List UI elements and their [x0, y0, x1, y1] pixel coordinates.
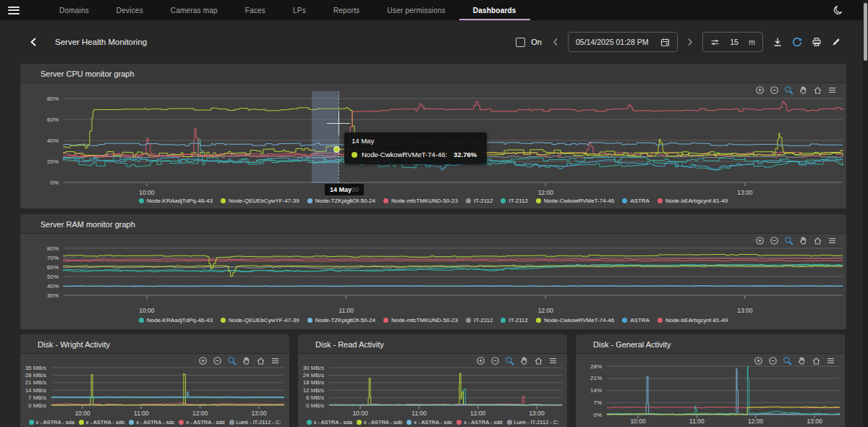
menu-lines-icon[interactable] — [548, 356, 558, 365]
legend-dot — [383, 318, 388, 323]
legend-item[interactable]: Node-KRAadjTdPq-46-43 — [139, 198, 213, 204]
refresh-button[interactable] — [792, 37, 802, 47]
panel-title: Server RAM monitor graph — [20, 214, 846, 229]
print-button[interactable] — [812, 37, 822, 47]
hover-point-marker — [333, 146, 340, 153]
legend-dot — [29, 420, 34, 425]
back-button[interactable] — [29, 37, 39, 47]
legend-item[interactable]: x - ASTRA - sdd — [179, 419, 224, 426]
pan-icon[interactable] — [799, 85, 808, 95]
menu-icon[interactable] — [8, 4, 20, 16]
legend-item[interactable]: x - ASTRA - sdb — [357, 419, 402, 426]
zoom-out-icon[interactable] — [490, 356, 500, 365]
zoom-in-icon[interactable] — [476, 356, 485, 365]
legend-item[interactable]: ASTRA — [622, 317, 650, 324]
legend-item[interactable]: Node-TZKpigltOf-50-24 — [307, 317, 375, 324]
home-icon[interactable] — [534, 356, 543, 365]
pan-icon[interactable] — [519, 356, 529, 365]
chart-modebar — [476, 356, 558, 365]
legend-item[interactable]: IT-2112 — [501, 317, 528, 324]
menu-lines-icon[interactable] — [271, 356, 280, 365]
legend-item[interactable]: x - ASTRA - sda — [307, 419, 352, 426]
auto-refresh-checkbox[interactable] — [516, 38, 525, 47]
legend-label: Node-QEUEbCywYF-47-39 — [229, 317, 299, 324]
legend-item[interactable]: x - ASTRA - sdd — [456, 419, 502, 426]
zoom-select-icon[interactable] — [784, 85, 793, 95]
pan-icon[interactable] — [242, 356, 251, 365]
nav-tab-reports[interactable]: Reports — [320, 0, 373, 20]
prev-interval-button[interactable] — [553, 38, 558, 46]
legend-item[interactable]: Lumi - IT-2112 - C: — [229, 419, 281, 426]
legend-label: Node-CwkowRVMeT-74-46 — [544, 317, 614, 324]
crosshair — [339, 111, 339, 135]
scrollbar-thumb[interactable] — [864, 3, 867, 61]
top-nav: DomainsDevicesCameras mapFacesLPsReports… — [0, 0, 868, 20]
nav-tab-domains[interactable]: Domains — [46, 0, 103, 20]
interval-settings[interactable]: 15 m — [702, 32, 763, 52]
nav-tab-faces[interactable]: Faces — [231, 0, 279, 20]
legend-item[interactable]: IT-2112 — [466, 317, 493, 324]
pan-icon[interactable] — [797, 356, 807, 365]
panel-title: Disk - General Activity — [576, 334, 845, 349]
legend-item[interactable]: x - ASTRA - sdc — [407, 419, 452, 426]
legend-item[interactable]: x - ASTRA - sdb — [79, 419, 124, 426]
legend-item[interactable]: ASTRA — [622, 198, 650, 204]
zoom-in-icon[interactable] — [198, 356, 208, 365]
legend-item[interactable]: Node-QEUEbCywYF-47-39 — [221, 317, 299, 324]
legend-item[interactable]: Node-mfcTMKUND-50-23 — [383, 198, 458, 204]
zoom-in-icon[interactable] — [755, 85, 765, 95]
interval-value[interactable]: 15 — [730, 38, 739, 46]
legend-item[interactable]: x - ASTRA - sdc — [129, 419, 174, 426]
legend-item[interactable]: Node-QEUEbCywYF-47-39 — [221, 198, 299, 204]
legend-item[interactable]: Node-TZKpigltOf-50-24 — [307, 198, 375, 204]
legend-dot — [622, 198, 627, 203]
legend-item[interactable]: Node-KRAadjTdPq-46-43 — [139, 317, 213, 324]
zoom-select-icon[interactable] — [783, 356, 792, 365]
legend-label: Node-KRAadjTdPq-46-43 — [147, 198, 213, 204]
legend-item[interactable]: Lumi - IT-2112 - C: — [507, 419, 559, 426]
app-root: DomainsDevicesCameras mapFacesLPsReports… — [0, 0, 868, 427]
legend-label: Node-KRAadjTdPq-46-43 — [147, 317, 213, 324]
datetime-input[interactable]: 05/14/2025 01:28 PM — [568, 32, 678, 52]
dark-mode-icon[interactable] — [833, 5, 843, 18]
legend-item[interactable]: Node-bEArbgcynf-81-49 — [658, 317, 728, 324]
calendar-icon[interactable] — [660, 38, 670, 47]
zoom-out-icon[interactable] — [213, 356, 222, 365]
legend-item[interactable]: Node-mfcTMKUND-50-23 — [383, 317, 458, 324]
legend-item[interactable]: IT-2112 — [501, 198, 528, 204]
home-icon[interactable] — [812, 356, 821, 365]
home-icon[interactable] — [813, 85, 822, 95]
zoom-out-icon[interactable] — [768, 356, 778, 365]
nav-tab-devices[interactable]: Devices — [103, 0, 157, 20]
legend-item[interactable]: x - ASTRA - sda — [29, 419, 75, 426]
edit-button[interactable] — [831, 37, 841, 47]
zoom-select-icon[interactable] — [784, 236, 793, 245]
legend-item[interactable]: Node-bEArbgcynf-81-49 — [658, 198, 728, 204]
next-interval-button[interactable] — [687, 38, 693, 46]
zoom-out-icon[interactable] — [770, 85, 779, 95]
nav-tab-user-permissions[interactable]: User permissions — [373, 0, 459, 20]
home-icon[interactable] — [256, 356, 265, 365]
legend-item[interactable]: IT-2112 — [466, 198, 493, 204]
zoom-in-icon[interactable] — [755, 236, 765, 245]
page-scrollbar[interactable] — [863, 0, 868, 427]
legend-label: Lumi - IT-2112 - C: — [237, 419, 281, 426]
home-icon[interactable] — [813, 236, 822, 245]
nav-tab-dashboards[interactable]: Dashboards — [459, 0, 530, 20]
menu-lines-icon[interactable] — [826, 356, 835, 365]
menu-lines-icon[interactable] — [827, 236, 837, 245]
panel-ram: Server RAM monitor graph 30%40%50%60%70%… — [20, 214, 846, 329]
legend-item[interactable]: Node-CwkowRVMeT-74-46 — [536, 317, 614, 324]
interval-unit[interactable]: m — [749, 38, 755, 46]
legend-label: ASTRA — [630, 198, 650, 204]
zoom-in-icon[interactable] — [754, 356, 763, 365]
zoom-select-icon[interactable] — [505, 356, 514, 365]
legend-item[interactable]: Node-CwkowRVMeT-74-46 — [536, 198, 614, 204]
zoom-select-icon[interactable] — [227, 356, 237, 365]
menu-lines-icon[interactable] — [827, 85, 837, 95]
zoom-out-icon[interactable] — [770, 236, 779, 245]
nav-tab-cameras-map[interactable]: Cameras map — [157, 0, 231, 20]
pan-icon[interactable] — [799, 236, 808, 245]
download-button[interactable] — [773, 37, 783, 47]
nav-tab-lps[interactable]: LPs — [279, 0, 320, 20]
